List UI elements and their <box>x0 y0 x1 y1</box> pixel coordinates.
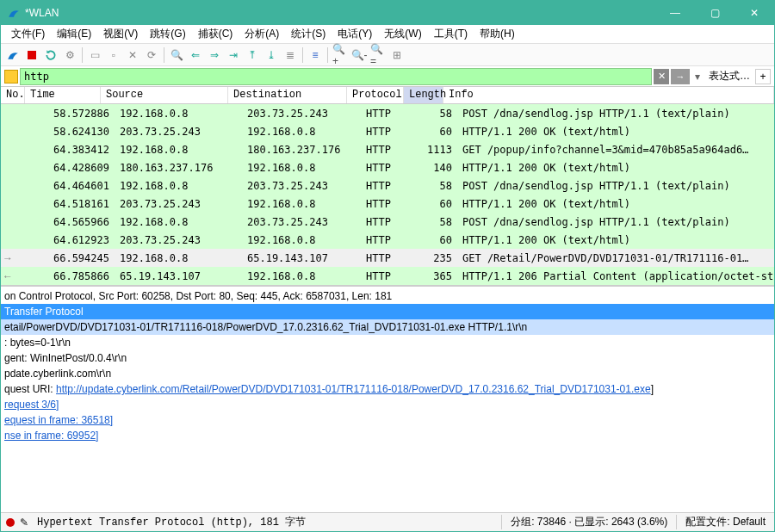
window-title: *WLAN <box>25 7 655 19</box>
menu-statistics[interactable]: 统计(S) <box>286 25 331 43</box>
menu-telephony[interactable]: 电话(Y) <box>332 25 377 43</box>
apply-filter-icon[interactable]: → <box>671 69 690 84</box>
status-profile[interactable]: 配置文件: Default <box>676 515 774 529</box>
detail-line-link[interactable]: nse in frame: 69952] <box>1 428 774 443</box>
detail-line[interactable]: etail/PowerDVD/DVD171031-01/TR171116-018… <box>1 319 774 335</box>
menu-capture[interactable]: 捕获(C) <box>193 25 239 43</box>
detail-line[interactable]: gent: WinInetPost/0.0.4\r\n <box>1 350 774 366</box>
table-row[interactable]: 64.428609180.163.237.176192.168.0.8HTTP1… <box>1 158 774 176</box>
menu-file[interactable]: 文件(F) <box>6 25 50 43</box>
menu-analyze[interactable]: 分析(A) <box>239 25 284 43</box>
menu-go[interactable]: 跳转(G) <box>145 25 190 43</box>
detail-line-selected[interactable]: Transfer Protocol <box>1 304 774 319</box>
expert-info-icon[interactable] <box>6 518 15 527</box>
close-button[interactable]: ✕ <box>735 1 774 25</box>
toolbar: ⚙ ▭ ▫ ✕ ⟳ 🔍 ⇐ ⇒ ⇥ ⤒ ⤓ ≣ ≡ 🔍+ 🔍- 🔍= ⊞ <box>1 44 774 66</box>
table-row[interactable]: 58.624130203.73.25.243192.168.0.8HTTP60H… <box>1 122 774 140</box>
detail-line[interactable]: on Control Protocol, Src Port: 60258, Ds… <box>1 288 774 304</box>
expression-button[interactable]: 表达式… <box>705 69 753 84</box>
go-back-icon[interactable]: ⇐ <box>187 46 204 64</box>
packet-details-pane[interactable]: on Control Protocol, Src Port: 60258, Ds… <box>1 285 774 512</box>
status-packet-count: 分组: 73846 · 已显示: 2643 (3.6%) <box>501 515 676 529</box>
menu-tools[interactable]: 工具(T) <box>429 25 473 43</box>
detail-line[interactable]: : bytes=0-1\r\n <box>1 335 774 350</box>
go-forward-icon[interactable]: ⇒ <box>206 46 223 64</box>
col-info[interactable]: Info <box>443 87 774 103</box>
table-row[interactable]: 64.383412192.168.0.8180.163.237.176HTTP1… <box>1 140 774 158</box>
start-capture-icon[interactable] <box>4 46 22 64</box>
maximize-button[interactable]: ▢ <box>695 1 735 25</box>
status-field-info: Hypertext Transfer Protocol (http), 181 … <box>37 515 501 529</box>
zoom-reset-icon[interactable]: 🔍= <box>369 46 387 64</box>
colorize-icon[interactable]: ≡ <box>307 46 324 64</box>
zoom-out-icon[interactable]: 🔍- <box>350 46 368 64</box>
col-time[interactable]: Time <box>25 87 101 103</box>
table-row[interactable]: 64.612923203.73.25.243192.168.0.8HTTP60H… <box>1 231 774 249</box>
table-row[interactable]: 64.518161203.73.25.243192.168.0.8HTTP60H… <box>1 195 774 213</box>
bookmark-icon[interactable] <box>4 70 18 84</box>
table-row[interactable]: 64.565966192.168.0.8203.73.25.243HTTP58P… <box>1 213 774 231</box>
titlebar[interactable]: *WLAN — ▢ ✕ <box>1 1 774 25</box>
auto-scroll-icon[interactable]: ≣ <box>282 46 299 64</box>
menu-help[interactable]: 帮助(H) <box>474 25 520 43</box>
packet-rows[interactable]: 58.572886192.168.0.8203.73.25.243HTTP58P… <box>1 104 774 285</box>
minimize-button[interactable]: — <box>655 1 695 25</box>
table-row[interactable]: ←66.78586665.19.143.107192.168.0.8HTTP36… <box>1 267 774 285</box>
table-row[interactable]: 58.572886192.168.0.8203.73.25.243HTTP58P… <box>1 104 774 122</box>
table-row[interactable]: 64.464601192.168.0.8203.73.25.243HTTP58P… <box>1 176 774 195</box>
packet-list-header: No. Time Source Destination Protocol Len… <box>1 87 774 104</box>
menu-wireless[interactable]: 无线(W) <box>379 25 426 43</box>
detail-line-link[interactable]: equest in frame: 36518] <box>1 412 774 428</box>
filter-bar: ✕ → ▾ 表达式… + <box>1 66 774 87</box>
col-length[interactable]: Length <box>404 87 443 103</box>
col-no[interactable]: No. <box>1 87 25 103</box>
col-destination[interactable]: Destination <box>228 87 347 103</box>
go-last-icon[interactable]: ⤓ <box>263 46 280 64</box>
go-first-icon[interactable]: ⤒ <box>244 46 261 64</box>
col-source[interactable]: Source <box>101 87 228 103</box>
menubar: 文件(F) 编辑(E) 视图(V) 跳转(G) 捕获(C) 分析(A) 统计(S… <box>1 25 774 44</box>
save-file-icon[interactable]: ▫ <box>105 46 122 64</box>
reload-icon[interactable]: ⟳ <box>143 46 160 64</box>
go-to-packet-icon[interactable]: ⇥ <box>225 46 242 64</box>
zoom-in-icon[interactable]: 🔍+ <box>332 46 349 64</box>
filter-history-dropdown[interactable]: ▾ <box>691 69 704 84</box>
close-file-icon[interactable]: ✕ <box>124 46 141 64</box>
display-filter-input[interactable] <box>20 68 652 85</box>
stop-capture-icon[interactable] <box>23 46 40 64</box>
restart-capture-icon[interactable] <box>42 46 59 64</box>
edit-icon[interactable]: ✎ <box>20 517 32 529</box>
packet-list-pane: No. Time Source Destination Protocol Len… <box>1 87 774 285</box>
menu-edit[interactable]: 编辑(E) <box>52 25 96 43</box>
resize-columns-icon[interactable]: ⊞ <box>388 46 406 64</box>
table-row[interactable]: →66.594245192.168.0.865.19.143.107HTTP23… <box>1 249 774 267</box>
find-packet-icon[interactable]: 🔍 <box>168 46 185 64</box>
detail-line-uri[interactable]: quest URI: http://update.cyberlink.com/R… <box>1 381 774 397</box>
menu-view[interactable]: 视图(V) <box>98 25 143 43</box>
col-protocol[interactable]: Protocol <box>347 87 404 103</box>
open-file-icon[interactable]: ▭ <box>86 46 103 64</box>
clear-filter-icon[interactable]: ✕ <box>654 69 669 84</box>
app-icon <box>8 7 20 19</box>
request-uri-link[interactable]: http://update.cyberlink.com/Retail/Power… <box>56 383 651 395</box>
detail-line-link[interactable]: request 3/6] <box>1 397 774 412</box>
detail-line[interactable]: pdate.cyberlink.com\r\n <box>1 366 774 381</box>
add-filter-button[interactable]: + <box>755 69 771 84</box>
capture-options-icon[interactable]: ⚙ <box>61 46 78 64</box>
statusbar: ✎ Hypertext Transfer Protocol (http), 18… <box>1 512 774 531</box>
